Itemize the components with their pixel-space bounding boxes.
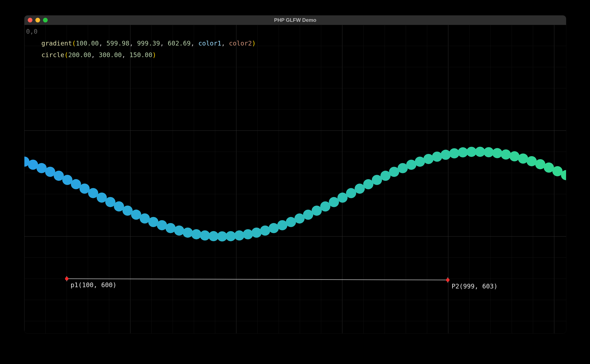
wave-dot <box>191 229 201 239</box>
wave-dot <box>337 193 348 203</box>
plot-canvas[interactable]: p1(100, 600)P2(999, 603) <box>24 25 566 333</box>
wave-dot <box>355 183 365 194</box>
wave-dot <box>441 150 451 160</box>
wave-dot <box>501 150 511 160</box>
point-p2-label: P2(999, 603) <box>452 283 498 290</box>
wave-dot <box>97 193 107 203</box>
wave-dot <box>80 183 90 194</box>
wave-dot <box>415 157 425 167</box>
code-fn-circle: circle <box>41 51 64 59</box>
wave-dot <box>484 147 494 157</box>
window-titlebar[interactable]: PHP GLFW Demo <box>24 15 566 25</box>
wave-dot <box>62 175 73 185</box>
code-fn-gradient: gradient <box>41 39 72 47</box>
wave-dot <box>226 231 236 241</box>
wave-dot <box>449 148 459 158</box>
segment: p1(100, 600)P2(999, 603) <box>65 276 498 290</box>
minimize-icon[interactable] <box>35 18 40 22</box>
point-p1-label: p1(100, 600) <box>71 281 117 289</box>
wave-dot <box>260 226 270 236</box>
wave-dot <box>320 201 330 211</box>
wave-dot <box>71 179 81 189</box>
wave-dot <box>243 229 253 239</box>
wave-dot <box>346 188 356 198</box>
wave-dot <box>105 197 115 207</box>
wave-dot <box>432 151 442 162</box>
point-p2-icon[interactable] <box>446 278 449 282</box>
wave-dot <box>329 197 339 207</box>
code-overlay: 0,0 gradient(100.00, 599.98, 999.39, 602… <box>26 26 256 61</box>
wave-dot <box>518 153 528 164</box>
window-title: PHP GLFW Demo <box>274 17 316 23</box>
close-icon[interactable] <box>28 18 33 22</box>
wave-dot <box>183 228 193 238</box>
wave-dot <box>423 154 434 164</box>
app-window: PHP GLFW Demo p1(100, 600)P2(999, 603) 0… <box>24 15 566 333</box>
wave-dot <box>251 228 261 238</box>
origin-label: 0,0 <box>26 28 38 35</box>
point-p1-icon[interactable] <box>65 277 68 280</box>
wave-dot <box>166 223 176 233</box>
wave-dot <box>88 188 98 198</box>
desktop: PHP GLFW Demo p1(100, 600)P2(999, 603) 0… <box>0 0 590 364</box>
wave-dot <box>510 151 520 162</box>
maximize-icon[interactable] <box>43 18 48 22</box>
wave-dot <box>174 225 184 235</box>
svg-line-41 <box>67 279 448 280</box>
canvas-area[interactable]: p1(100, 600)P2(999, 603) 0,0 gradient(10… <box>24 25 566 333</box>
wave-dot <box>234 230 244 241</box>
wave-dot <box>492 148 502 158</box>
wave-dot <box>363 179 373 189</box>
window-controls <box>28 18 48 22</box>
wave-dot <box>200 230 210 240</box>
